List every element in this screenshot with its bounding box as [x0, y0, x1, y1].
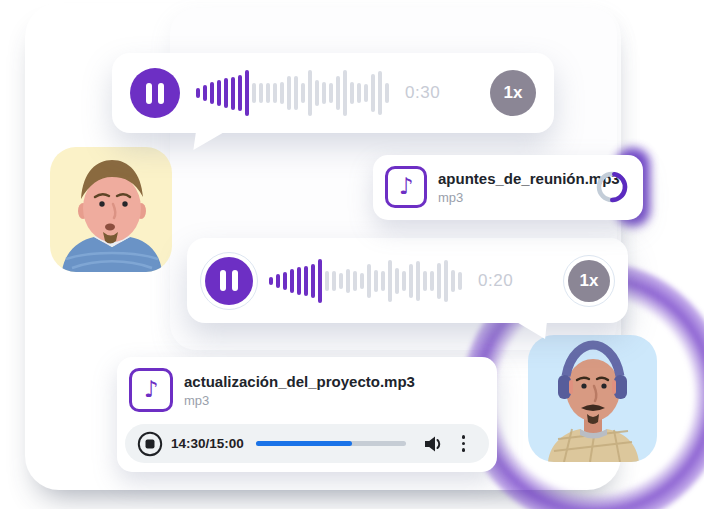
music-note-icon: ♪	[399, 175, 414, 198]
waveform-bar	[311, 264, 315, 298]
waveform-bar	[217, 80, 221, 106]
pause-icon	[220, 270, 226, 291]
waveform-bar	[269, 277, 273, 285]
loading-spinner-icon	[595, 170, 629, 204]
waveform-bar	[231, 77, 235, 110]
waveform-bar	[402, 271, 406, 291]
avatar-man-blue-sweater	[50, 147, 172, 272]
file-name: actualización_del_proyecto.mp3	[184, 373, 415, 390]
avatar-illustration	[528, 335, 657, 462]
file-type: mp3	[184, 393, 415, 408]
waveform-bar	[280, 82, 284, 104]
waveform-bar	[308, 70, 312, 116]
waveform-bar	[353, 271, 357, 291]
waveform-bar	[259, 83, 263, 103]
waveform-bar	[388, 260, 392, 302]
volume-icon	[422, 433, 444, 455]
waveform-bar	[336, 76, 340, 110]
audio-duration: 0:20	[478, 271, 513, 291]
waveform-bar	[371, 74, 375, 112]
waveform-bar	[238, 75, 242, 111]
waveform-bar	[416, 261, 420, 301]
playback-speed-button[interactable]: 1x	[490, 70, 536, 116]
waveform-bar	[266, 83, 270, 103]
waveform-bar	[409, 264, 413, 298]
waveform-bar	[329, 83, 333, 103]
audio-waveform[interactable]	[196, 68, 389, 118]
waveform-bar	[332, 271, 336, 291]
audio-player: 14:30/15:00	[125, 424, 489, 463]
seek-bar[interactable]	[256, 441, 406, 446]
waveform-bar	[294, 76, 298, 110]
waveform-bar	[196, 88, 200, 98]
pause-icon	[232, 270, 238, 291]
waveform-bar	[378, 71, 382, 115]
audio-duration: 0:30	[405, 83, 440, 103]
waveform-bar	[395, 268, 399, 294]
file-type: mp3	[438, 190, 595, 205]
chat-mock-canvas: 0:30 1x 0:20 1x ♪ apuntes_de_reunión.mp3…	[0, 0, 704, 509]
voice-message-bubble-2: 0:20 1x	[187, 238, 628, 323]
waveform-bar	[346, 269, 350, 293]
waveform-bar	[357, 83, 361, 103]
waveform-bar	[444, 260, 448, 302]
waveform-bar	[385, 83, 389, 103]
waveform-bar	[381, 271, 385, 291]
file-attachment-card-1[interactable]: ♪ apuntes_de_reunión.mp3 mp3	[373, 155, 643, 220]
waveform-bar	[224, 78, 228, 108]
waveform-bar	[304, 266, 308, 296]
avatar-man-headphones	[528, 335, 657, 462]
waveform-bar	[245, 70, 249, 116]
waveform-bar	[287, 76, 291, 110]
waveform-bar	[350, 82, 354, 104]
kebab-menu-icon[interactable]	[462, 435, 466, 452]
waveform-bar	[301, 83, 305, 103]
audio-waveform[interactable]	[269, 256, 462, 306]
waveform-bar	[273, 83, 277, 103]
waveform-bar	[210, 82, 214, 104]
stop-icon	[137, 431, 163, 457]
waveform-bar	[315, 80, 319, 106]
waveform-bar	[374, 270, 378, 292]
waveform-bar	[451, 270, 455, 292]
waveform-bar	[339, 273, 343, 289]
waveform-bar	[252, 83, 256, 103]
pause-icon	[146, 83, 152, 104]
waveform-bar	[364, 84, 368, 102]
waveform-bar	[430, 271, 434, 291]
music-file-icon: ♪	[129, 368, 173, 412]
file-attachment-card-2[interactable]: ♪ actualización_del_proyecto.mp3 mp3 14:…	[117, 357, 497, 472]
waveform-bar	[297, 267, 301, 295]
waveform-bar	[318, 259, 322, 303]
waveform-bar	[367, 264, 371, 298]
stop-button[interactable]	[137, 431, 163, 457]
avatar-illustration	[50, 147, 172, 272]
voice-message-bubble-1: 0:30 1x	[112, 53, 554, 133]
waveform-bar	[437, 263, 441, 299]
music-file-icon: ♪	[385, 166, 427, 208]
waveform-bar	[423, 271, 427, 291]
volume-button[interactable]	[422, 433, 444, 455]
waveform-bar	[343, 70, 347, 116]
seek-bar-progress	[256, 441, 352, 446]
waveform-bar	[276, 274, 280, 288]
music-note-icon: ♪	[144, 378, 159, 401]
pause-icon	[158, 83, 164, 104]
playback-speed-button[interactable]: 1x	[568, 260, 610, 302]
waveform-bar	[290, 269, 294, 293]
waveform-bar	[322, 82, 326, 104]
waveform-bar	[325, 271, 329, 291]
pause-button[interactable]	[205, 257, 253, 305]
waveform-bar	[458, 272, 462, 290]
waveform-bar	[203, 85, 207, 101]
player-time: 14:30/15:00	[171, 436, 244, 451]
waveform-bar	[283, 272, 287, 290]
pause-button[interactable]	[130, 68, 180, 118]
waveform-bar	[360, 273, 364, 289]
file-name: apuntes_de_reunión.mp3	[438, 170, 595, 187]
